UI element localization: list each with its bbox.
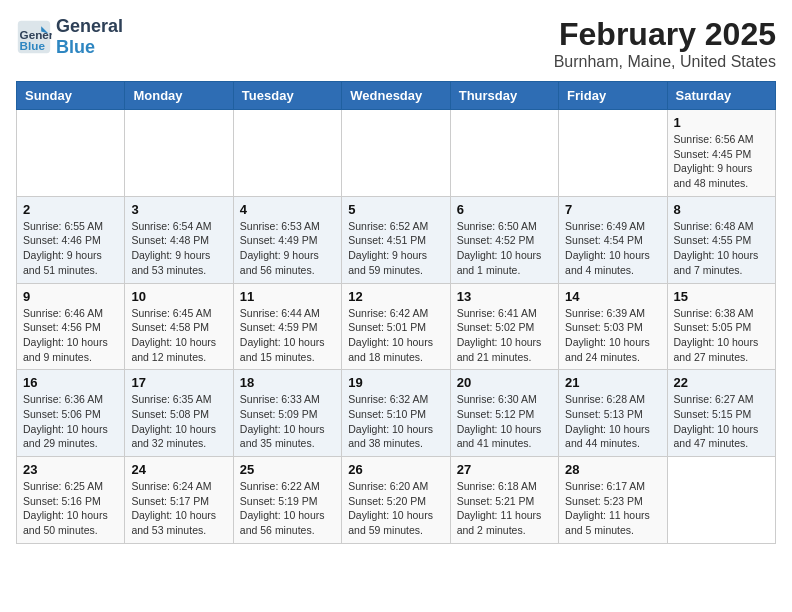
day-detail: Sunrise: 6:33 AM Sunset: 5:09 PM Dayligh… <box>240 392 335 451</box>
day-number: 12 <box>348 289 443 304</box>
calendar-week-1: 1Sunrise: 6:56 AM Sunset: 4:45 PM Daylig… <box>17 110 776 197</box>
title-block: February 2025 Burnham, Maine, United Sta… <box>554 16 776 71</box>
day-detail: Sunrise: 6:36 AM Sunset: 5:06 PM Dayligh… <box>23 392 118 451</box>
day-detail: Sunrise: 6:48 AM Sunset: 4:55 PM Dayligh… <box>674 219 769 278</box>
day-detail: Sunrise: 6:54 AM Sunset: 4:48 PM Dayligh… <box>131 219 226 278</box>
calendar-cell: 10Sunrise: 6:45 AM Sunset: 4:58 PM Dayli… <box>125 283 233 370</box>
day-header-wednesday: Wednesday <box>342 82 450 110</box>
day-detail: Sunrise: 6:25 AM Sunset: 5:16 PM Dayligh… <box>23 479 118 538</box>
day-detail: Sunrise: 6:30 AM Sunset: 5:12 PM Dayligh… <box>457 392 552 451</box>
logo-general-text: General <box>56 16 123 36</box>
calendar-cell: 5Sunrise: 6:52 AM Sunset: 4:51 PM Daylig… <box>342 196 450 283</box>
day-header-tuesday: Tuesday <box>233 82 341 110</box>
calendar-cell: 4Sunrise: 6:53 AM Sunset: 4:49 PM Daylig… <box>233 196 341 283</box>
calendar-cell: 14Sunrise: 6:39 AM Sunset: 5:03 PM Dayli… <box>559 283 667 370</box>
day-detail: Sunrise: 6:18 AM Sunset: 5:21 PM Dayligh… <box>457 479 552 538</box>
day-detail: Sunrise: 6:55 AM Sunset: 4:46 PM Dayligh… <box>23 219 118 278</box>
calendar-cell: 19Sunrise: 6:32 AM Sunset: 5:10 PM Dayli… <box>342 370 450 457</box>
day-detail: Sunrise: 6:39 AM Sunset: 5:03 PM Dayligh… <box>565 306 660 365</box>
calendar-week-3: 9Sunrise: 6:46 AM Sunset: 4:56 PM Daylig… <box>17 283 776 370</box>
calendar-cell: 25Sunrise: 6:22 AM Sunset: 5:19 PM Dayli… <box>233 457 341 544</box>
calendar-cell: 18Sunrise: 6:33 AM Sunset: 5:09 PM Dayli… <box>233 370 341 457</box>
day-number: 24 <box>131 462 226 477</box>
day-detail: Sunrise: 6:49 AM Sunset: 4:54 PM Dayligh… <box>565 219 660 278</box>
day-detail: Sunrise: 6:17 AM Sunset: 5:23 PM Dayligh… <box>565 479 660 538</box>
calendar-cell <box>450 110 558 197</box>
day-number: 28 <box>565 462 660 477</box>
day-detail: Sunrise: 6:20 AM Sunset: 5:20 PM Dayligh… <box>348 479 443 538</box>
day-number: 20 <box>457 375 552 390</box>
calendar-cell: 28Sunrise: 6:17 AM Sunset: 5:23 PM Dayli… <box>559 457 667 544</box>
day-number: 25 <box>240 462 335 477</box>
calendar-cell: 12Sunrise: 6:42 AM Sunset: 5:01 PM Dayli… <box>342 283 450 370</box>
day-detail: Sunrise: 6:24 AM Sunset: 5:17 PM Dayligh… <box>131 479 226 538</box>
calendar-cell: 27Sunrise: 6:18 AM Sunset: 5:21 PM Dayli… <box>450 457 558 544</box>
day-number: 7 <box>565 202 660 217</box>
svg-text:Blue: Blue <box>20 39 46 52</box>
day-number: 4 <box>240 202 335 217</box>
calendar-cell <box>559 110 667 197</box>
calendar-header-row: SundayMondayTuesdayWednesdayThursdayFrid… <box>17 82 776 110</box>
calendar-cell: 8Sunrise: 6:48 AM Sunset: 4:55 PM Daylig… <box>667 196 775 283</box>
day-number: 6 <box>457 202 552 217</box>
day-number: 11 <box>240 289 335 304</box>
day-detail: Sunrise: 6:44 AM Sunset: 4:59 PM Dayligh… <box>240 306 335 365</box>
day-detail: Sunrise: 6:53 AM Sunset: 4:49 PM Dayligh… <box>240 219 335 278</box>
day-detail: Sunrise: 6:46 AM Sunset: 4:56 PM Dayligh… <box>23 306 118 365</box>
day-detail: Sunrise: 6:52 AM Sunset: 4:51 PM Dayligh… <box>348 219 443 278</box>
calendar-cell: 11Sunrise: 6:44 AM Sunset: 4:59 PM Dayli… <box>233 283 341 370</box>
logo: General Blue General Blue <box>16 16 123 58</box>
logo-blue-text: Blue <box>56 37 95 57</box>
day-detail: Sunrise: 6:38 AM Sunset: 5:05 PM Dayligh… <box>674 306 769 365</box>
day-header-sunday: Sunday <box>17 82 125 110</box>
day-header-thursday: Thursday <box>450 82 558 110</box>
calendar-cell: 9Sunrise: 6:46 AM Sunset: 4:56 PM Daylig… <box>17 283 125 370</box>
day-number: 18 <box>240 375 335 390</box>
calendar-cell: 3Sunrise: 6:54 AM Sunset: 4:48 PM Daylig… <box>125 196 233 283</box>
day-detail: Sunrise: 6:27 AM Sunset: 5:15 PM Dayligh… <box>674 392 769 451</box>
calendar-cell <box>667 457 775 544</box>
calendar-cell: 17Sunrise: 6:35 AM Sunset: 5:08 PM Dayli… <box>125 370 233 457</box>
day-number: 27 <box>457 462 552 477</box>
day-number: 8 <box>674 202 769 217</box>
day-number: 22 <box>674 375 769 390</box>
day-number: 3 <box>131 202 226 217</box>
day-header-monday: Monday <box>125 82 233 110</box>
page-header: General Blue General Blue February 2025 … <box>16 16 776 71</box>
day-number: 16 <box>23 375 118 390</box>
day-number: 10 <box>131 289 226 304</box>
calendar-table: SundayMondayTuesdayWednesdayThursdayFrid… <box>16 81 776 544</box>
calendar-cell: 26Sunrise: 6:20 AM Sunset: 5:20 PM Dayli… <box>342 457 450 544</box>
calendar-cell: 15Sunrise: 6:38 AM Sunset: 5:05 PM Dayli… <box>667 283 775 370</box>
day-detail: Sunrise: 6:32 AM Sunset: 5:10 PM Dayligh… <box>348 392 443 451</box>
day-header-friday: Friday <box>559 82 667 110</box>
day-number: 19 <box>348 375 443 390</box>
day-detail: Sunrise: 6:28 AM Sunset: 5:13 PM Dayligh… <box>565 392 660 451</box>
day-number: 21 <box>565 375 660 390</box>
day-detail: Sunrise: 6:22 AM Sunset: 5:19 PM Dayligh… <box>240 479 335 538</box>
day-number: 14 <box>565 289 660 304</box>
day-number: 1 <box>674 115 769 130</box>
calendar-week-2: 2Sunrise: 6:55 AM Sunset: 4:46 PM Daylig… <box>17 196 776 283</box>
calendar-cell <box>125 110 233 197</box>
day-number: 15 <box>674 289 769 304</box>
calendar-cell: 16Sunrise: 6:36 AM Sunset: 5:06 PM Dayli… <box>17 370 125 457</box>
day-detail: Sunrise: 6:41 AM Sunset: 5:02 PM Dayligh… <box>457 306 552 365</box>
calendar-week-4: 16Sunrise: 6:36 AM Sunset: 5:06 PM Dayli… <box>17 370 776 457</box>
calendar-week-5: 23Sunrise: 6:25 AM Sunset: 5:16 PM Dayli… <box>17 457 776 544</box>
day-number: 2 <box>23 202 118 217</box>
calendar-cell: 7Sunrise: 6:49 AM Sunset: 4:54 PM Daylig… <box>559 196 667 283</box>
day-detail: Sunrise: 6:50 AM Sunset: 4:52 PM Dayligh… <box>457 219 552 278</box>
day-header-saturday: Saturday <box>667 82 775 110</box>
day-number: 13 <box>457 289 552 304</box>
calendar-subtitle: Burnham, Maine, United States <box>554 53 776 71</box>
calendar-cell: 20Sunrise: 6:30 AM Sunset: 5:12 PM Dayli… <box>450 370 558 457</box>
calendar-cell: 22Sunrise: 6:27 AM Sunset: 5:15 PM Dayli… <box>667 370 775 457</box>
calendar-cell: 21Sunrise: 6:28 AM Sunset: 5:13 PM Dayli… <box>559 370 667 457</box>
day-number: 26 <box>348 462 443 477</box>
day-detail: Sunrise: 6:35 AM Sunset: 5:08 PM Dayligh… <box>131 392 226 451</box>
calendar-cell <box>342 110 450 197</box>
day-number: 5 <box>348 202 443 217</box>
calendar-cell: 1Sunrise: 6:56 AM Sunset: 4:45 PM Daylig… <box>667 110 775 197</box>
day-number: 17 <box>131 375 226 390</box>
